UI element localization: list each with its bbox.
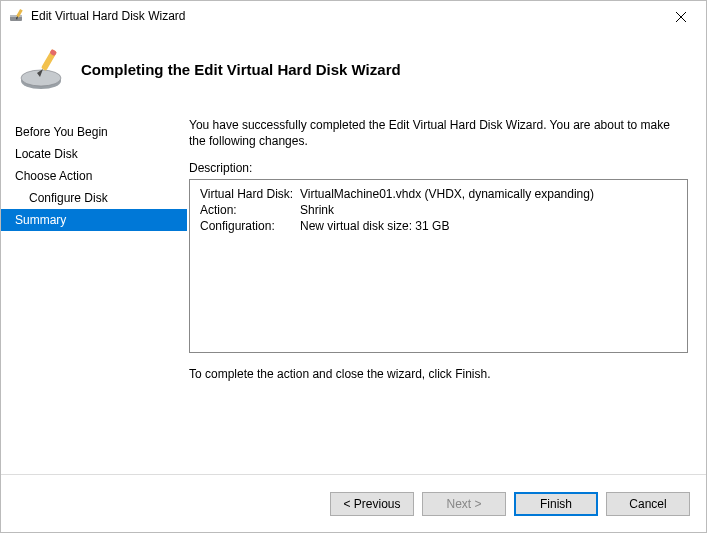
summary-box: Virtual Hard Disk: VirtualMachine01.vhdx… [189, 179, 688, 353]
summary-val-action: Shrink [300, 203, 677, 217]
app-icon [9, 8, 25, 24]
wizard-window: Edit Virtual Hard Disk Wizard Completing… [0, 0, 707, 533]
wizard-steps-sidebar: Before You Begin Locate Disk Choose Acti… [1, 115, 187, 474]
wizard-hero-icon [19, 45, 67, 93]
svg-rect-1 [10, 15, 22, 17]
wizard-header: Completing the Edit Virtual Hard Disk Wi… [1, 31, 706, 115]
summary-val-vhd: VirtualMachine01.vhdx (VHDX, dynamically… [300, 187, 677, 201]
summary-key-config: Configuration: [200, 219, 300, 233]
step-before-you-begin[interactable]: Before You Begin [1, 121, 187, 143]
wizard-footer: < Previous Next > Finish Cancel [1, 474, 706, 532]
wizard-body: Before You Begin Locate Disk Choose Acti… [1, 115, 706, 474]
summary-key-vhd: Virtual Hard Disk: [200, 187, 300, 201]
finish-button[interactable]: Finish [514, 492, 598, 516]
intro-text: You have successfully completed the Edit… [189, 117, 688, 149]
next-button: Next > [422, 492, 506, 516]
closing-text: To complete the action and close the wiz… [189, 367, 688, 381]
page-heading: Completing the Edit Virtual Hard Disk Wi… [81, 61, 401, 78]
summary-key-action: Action: [200, 203, 300, 217]
step-configure-disk[interactable]: Configure Disk [1, 187, 187, 209]
summary-row: Virtual Hard Disk: VirtualMachine01.vhdx… [200, 186, 677, 202]
close-button[interactable] [666, 7, 696, 27]
wizard-content: You have successfully completed the Edit… [187, 115, 706, 474]
previous-button[interactable]: < Previous [330, 492, 414, 516]
step-choose-action[interactable]: Choose Action [1, 165, 187, 187]
step-summary[interactable]: Summary [1, 209, 187, 231]
summary-row: Action: Shrink [200, 202, 677, 218]
description-label: Description: [189, 161, 688, 175]
cancel-button[interactable]: Cancel [606, 492, 690, 516]
titlebar: Edit Virtual Hard Disk Wizard [1, 1, 706, 31]
window-title: Edit Virtual Hard Disk Wizard [31, 9, 186, 23]
summary-val-config: New virtual disk size: 31 GB [300, 219, 677, 233]
step-locate-disk[interactable]: Locate Disk [1, 143, 187, 165]
summary-row: Configuration: New virtual disk size: 31… [200, 218, 677, 234]
